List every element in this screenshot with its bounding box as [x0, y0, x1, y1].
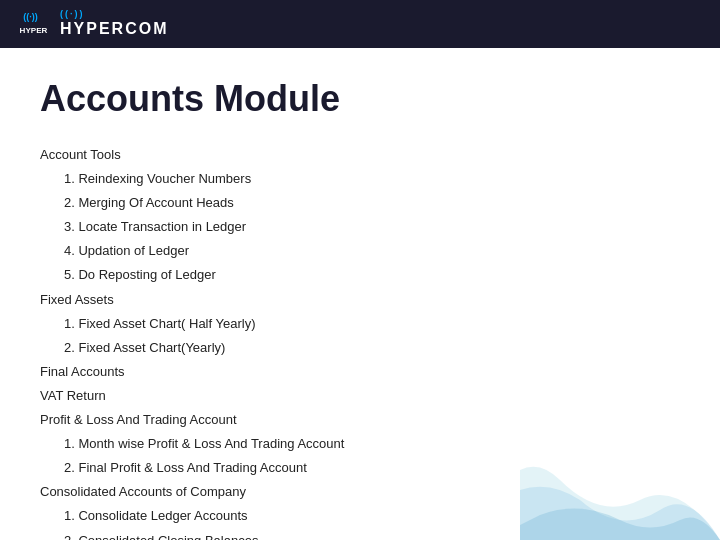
- section-final-accounts: Final Accounts: [40, 361, 680, 383]
- header: ((·)) HYPER ((·)) HYPERCOM: [0, 0, 720, 48]
- list-item: 2. Consolidated Closing Balances: [40, 530, 680, 541]
- svg-text:HYPER: HYPER: [20, 26, 48, 35]
- main-content: Accounts Module Account Tools 1. Reindex…: [0, 48, 720, 540]
- list-item: 1. Fixed Asset Chart( Half Yearly): [40, 313, 680, 335]
- list-item: 1. Month wise Profit & Loss And Trading …: [40, 433, 680, 455]
- list-item: 2. Merging Of Account Heads: [40, 192, 680, 214]
- list-item: 1. Consolidate Ledger Accounts: [40, 505, 680, 527]
- list-item: 3. Locate Transaction in Ledger: [40, 216, 680, 238]
- list-item: 5. Do Reposting of Ledger: [40, 264, 680, 286]
- list-item: 2. Fixed Asset Chart(Yearly): [40, 337, 680, 359]
- section-profit-loss: Profit & Loss And Trading Account: [40, 409, 680, 431]
- section-vat-return: VAT Return: [40, 385, 680, 407]
- logo-area: ((·)) HYPER ((·)) HYPERCOM: [16, 6, 168, 42]
- list-item: 4. Updation of Ledger: [40, 240, 680, 262]
- svg-text:((·)): ((·)): [23, 12, 38, 22]
- list-item: 2. Final Profit & Loss And Trading Accou…: [40, 457, 680, 479]
- hypercom-logo-icon: ((·)) HYPER: [16, 6, 52, 42]
- section-account-tools: Account Tools: [40, 144, 680, 166]
- section-label: Account Tools: [40, 147, 121, 162]
- page-title: Accounts Module: [40, 78, 680, 120]
- logo-text: ((·)) HYPERCOM: [60, 10, 168, 37]
- list-item: 1. Reindexing Voucher Numbers: [40, 168, 680, 190]
- section-fixed-assets: Fixed Assets: [40, 289, 680, 311]
- section-consolidated-accounts: Consolidated Accounts of Company: [40, 481, 680, 503]
- content-body: Account Tools 1. Reindexing Voucher Numb…: [40, 144, 680, 540]
